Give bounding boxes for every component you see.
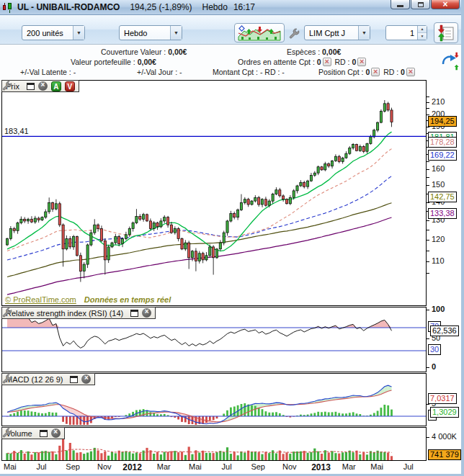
close-panel-icon[interactable] <box>38 81 48 91</box>
order-type-dropdown-value: LIM Cptt J <box>305 29 358 37</box>
especes-label: Espèces : <box>287 48 320 56</box>
buy-button[interactable]: A <box>51 81 61 91</box>
minimize-icon <box>397 5 403 7</box>
rsi-panel-title: Relative strength index (RSI) (14) <box>6 309 123 318</box>
units-dropdown-value: 200 unités <box>22 29 73 37</box>
time-axis-label: Jul <box>403 462 414 471</box>
transfer-button[interactable] <box>441 51 460 73</box>
axis-tick <box>427 127 429 127</box>
axis-tick <box>427 169 429 170</box>
axis-tick <box>427 96 429 97</box>
cancel-cpt-orders-icon[interactable] <box>323 58 331 66</box>
axis-label: 4 000K <box>432 432 457 441</box>
title-timeframe: Hebdo <box>202 2 228 12</box>
axis-tick <box>427 230 429 230</box>
axis-tick <box>427 161 429 162</box>
detach-window-icon[interactable] <box>130 310 138 317</box>
sell-button[interactable]: V <box>65 81 75 91</box>
value-label-box: 62,536 <box>430 325 459 336</box>
close-cpt-position-icon[interactable] <box>371 68 380 76</box>
close-rd-position-icon[interactable] <box>406 68 415 76</box>
title-time: 16:17 <box>233 2 255 12</box>
volume-chart[interactable] <box>2 428 426 460</box>
axis-tick <box>427 177 429 178</box>
position-rd-label: RD : <box>383 68 398 76</box>
window-controls <box>391 0 460 9</box>
position-cpt-value: 0 <box>365 68 370 76</box>
time-axis-label: 2012 <box>122 462 142 472</box>
prorealtime-link[interactable]: © ProRealTime.com <box>5 295 76 304</box>
value-label-box: 142,75 <box>428 192 457 202</box>
timeframe-dropdown-value: Hebdo <box>120 29 170 37</box>
time-axis-label: Mai <box>189 462 202 471</box>
spinner-down-button[interactable]: ▼ <box>418 32 427 40</box>
price-panel-header: Prix A V <box>1 80 79 92</box>
axis-tick <box>427 338 429 339</box>
rsi-axis: 100500703062,536 <box>427 307 464 372</box>
order-ticket-icon <box>437 24 455 42</box>
axis-tick <box>427 437 429 438</box>
axis-label: 0 <box>432 362 436 371</box>
detach-window-icon[interactable] <box>27 83 35 90</box>
axis-tick <box>427 273 429 274</box>
place-order-button[interactable] <box>434 22 458 43</box>
axis-tick <box>427 251 429 251</box>
time-axis-label: Mar <box>157 462 171 471</box>
candles <box>6 100 393 282</box>
couverture-value: 0,00€ <box>168 48 187 56</box>
order-type-dropdown[interactable]: LIM Cptt J ▼ <box>304 25 370 40</box>
title-bar[interactable]: UL - UNIBAIL-RODAMCO 194,25 (-1,89%) Heb… <box>0 0 464 15</box>
time-axis: MaiJulSepNov2012MarMaiJulSepNov2013MarMa… <box>0 461 461 474</box>
close-panel-icon[interactable] <box>142 308 151 318</box>
value-label-box: 741 379 <box>428 449 461 460</box>
chevron-down-icon: ▼ <box>73 26 84 40</box>
units-dropdown[interactable]: 200 unités ▼ <box>22 25 85 40</box>
volume-bars <box>6 439 393 460</box>
time-axis-label: Nov <box>97 462 112 471</box>
maximize-icon <box>418 2 424 7</box>
axis-tick <box>427 367 429 368</box>
ordres-label: Ordres en attente <box>238 58 297 66</box>
quantity-spinner[interactable]: 1 ▲ ▼ <box>385 25 427 40</box>
spinner-up-button[interactable]: ▲ <box>418 26 427 32</box>
price-chart[interactable] <box>2 81 426 305</box>
spinner-buttons: ▲ ▼ <box>417 26 427 40</box>
time-axis-label: 2013 <box>311 462 331 472</box>
ordres-row: Ordres en attente Cpt : 0 RD : 0 <box>238 58 367 66</box>
realtime-note: Données en temps réel <box>84 295 171 304</box>
axis-tick <box>427 185 429 186</box>
timeframe-dropdown[interactable]: Hebdo ▼ <box>119 25 182 40</box>
position-row: Position Cpt : 0 RD : 0 <box>318 68 416 76</box>
value-label-box: 169,22 <box>428 150 457 161</box>
wrench-icon <box>289 28 300 39</box>
portefeuille-row: Valeur portefeuille : 0,00€ <box>71 58 156 66</box>
macd-panel-title: MACD (12 26 9) <box>6 375 63 384</box>
value-label-box: 1,3029 <box>430 407 459 418</box>
detach-window-icon[interactable] <box>40 430 48 437</box>
cancel-rd-orders-icon[interactable] <box>357 58 366 66</box>
axis-label: 110 <box>432 256 445 265</box>
app-window: UL - UNIBAIL-RODAMCO 194,25 (-1,89%) Heb… <box>0 0 464 476</box>
axis-label: 160 <box>432 164 445 173</box>
close-panel-icon[interactable] <box>81 374 91 384</box>
copyright-note: © ProRealTime.com Données en temps réel <box>5 295 171 304</box>
order-settings-button[interactable] <box>287 26 301 40</box>
close-button[interactable] <box>431 0 460 9</box>
chart-style-button[interactable] <box>234 23 285 42</box>
position-label: Position Cpt : <box>318 68 363 76</box>
macd-panel-header: MACD (12 26 9) <box>1 373 95 385</box>
mini-chart-icon <box>237 25 282 41</box>
chevron-down-icon: ▼ <box>358 26 370 40</box>
value-label-box: 30 <box>428 344 441 355</box>
value-label-box: 194,25 <box>428 116 457 127</box>
close-panel-icon[interactable] <box>51 428 61 438</box>
transfer-orders-icon <box>441 51 460 71</box>
detach-window-icon[interactable] <box>70 376 78 383</box>
time-axis-label: Mai <box>4 462 17 471</box>
montant: Montant Cpt : - RD : - <box>213 68 285 76</box>
rsi-panel: Relative strength index (RSI) (14) <box>1 307 427 372</box>
minimize-button[interactable] <box>391 0 410 9</box>
maximize-button[interactable] <box>411 0 430 9</box>
time-axis-label: Mar <box>342 462 356 471</box>
axis-tick <box>427 240 429 241</box>
